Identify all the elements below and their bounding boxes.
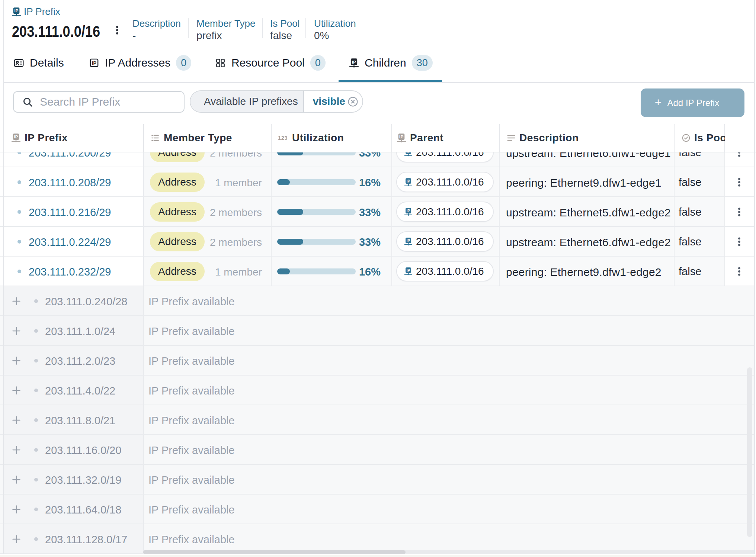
svg-text:123: 123	[278, 135, 288, 141]
svg-text:IP: IP	[15, 9, 19, 13]
svg-text:IP: IP	[407, 209, 410, 213]
svg-text:IP: IP	[92, 60, 97, 66]
svg-text:IP: IP	[399, 135, 404, 139]
svg-text:IP: IP	[352, 59, 356, 64]
svg-text:IP: IP	[407, 239, 410, 243]
svg-text:IP: IP	[407, 268, 410, 273]
svg-text:IP: IP	[407, 179, 410, 183]
svg-text:IP: IP	[14, 135, 18, 139]
